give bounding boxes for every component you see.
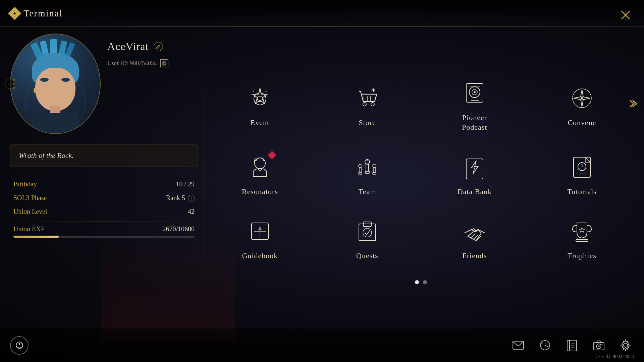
svg-rect-5 <box>163 62 165 65</box>
birthday-label: Birthday <box>13 180 37 188</box>
svg-line-11 <box>265 91 267 92</box>
mail-icon <box>512 339 525 352</box>
app-title-group: Terminal <box>10 8 63 19</box>
mail-button[interactable] <box>510 337 527 354</box>
settings-button[interactable] <box>617 337 634 354</box>
svg-rect-6 <box>163 61 166 64</box>
power-icon <box>15 341 24 350</box>
username-text: AceVirat <box>107 40 149 53</box>
databank-icon <box>461 154 488 181</box>
friends-label: Friends <box>463 251 487 260</box>
exp-bar <box>13 236 195 238</box>
svg-line-55 <box>545 345 548 347</box>
book-icon <box>565 339 579 352</box>
power-button[interactable] <box>10 336 29 355</box>
top-bar: Terminal <box>0 0 644 27</box>
svg-rect-49 <box>576 240 588 241</box>
menu-item-store[interactable]: Store <box>315 71 419 139</box>
databank-icon-wrap <box>460 152 490 182</box>
store-icon <box>354 85 381 112</box>
menu-item-event[interactable]: Event <box>208 71 312 139</box>
screenshot-button[interactable] <box>590 337 607 354</box>
podcast-label: PioneerPodcast <box>462 113 487 132</box>
podcast-icon <box>461 79 488 106</box>
page-dot-1[interactable] <box>415 280 419 284</box>
union-level-label: Union Level <box>13 208 47 216</box>
nav-dot-1 <box>13 79 15 81</box>
menu-item-guidebook[interactable]: Guidebook <box>208 209 312 267</box>
close-button[interactable] <box>617 7 634 23</box>
history-button[interactable] <box>537 337 553 354</box>
tutorials-label: Tutorials <box>567 187 597 196</box>
menu-item-trophies[interactable]: Trophies <box>530 209 634 267</box>
tagline-box: Wrath of the Rock. <box>10 144 198 167</box>
menu-item-team[interactable]: Team <box>315 145 419 203</box>
event-label: Event <box>251 118 269 127</box>
bottom-userid: User ID: 900254034 <box>595 354 634 359</box>
tagline-text: Wrath of the Rock. <box>19 151 74 160</box>
menu-item-quests[interactable]: Quests <box>315 209 419 267</box>
svg-point-20 <box>474 91 476 93</box>
resonators-icon-wrap <box>245 152 275 182</box>
menu-item-pioneer-podcast[interactable]: PioneerPodcast <box>423 71 527 139</box>
page-indicator <box>208 280 634 284</box>
clock-icon <box>538 339 552 352</box>
svg-point-47 <box>363 228 372 237</box>
trophies-icon <box>569 218 595 245</box>
guidebook-label: Guidebook <box>242 251 278 260</box>
settings-icon <box>619 339 632 352</box>
convene-icon-wrap <box>567 83 597 113</box>
svg-line-9 <box>253 91 254 92</box>
union-level-row: Union Level 42 <box>13 208 195 216</box>
svg-point-13 <box>371 103 374 106</box>
close-icon <box>620 9 632 21</box>
svg-text:?: ? <box>581 164 583 169</box>
page-dot-2[interactable] <box>423 280 427 284</box>
svg-point-8 <box>257 96 263 102</box>
svg-point-12 <box>363 103 366 106</box>
team-icon <box>354 154 381 181</box>
menu-item-convene[interactable]: Convene <box>530 71 634 139</box>
friends-icon <box>461 218 488 245</box>
svg-point-65 <box>624 343 628 347</box>
team-icon-wrap <box>352 152 382 182</box>
union-level-value: 42 <box>188 208 195 216</box>
sol3-label: SOL3 Phase <box>13 194 47 202</box>
next-page-arrow[interactable] <box>627 99 637 111</box>
nav-dot-3 <box>13 87 15 89</box>
convene-icon <box>569 85 595 112</box>
copy-icon <box>162 61 167 66</box>
quests-icon <box>354 218 381 245</box>
menu-item-resonators[interactable]: Resonators <box>208 145 312 203</box>
trophies-label: Trophies <box>568 251 596 260</box>
svg-rect-32 <box>359 167 361 173</box>
convene-label: Convene <box>568 118 596 127</box>
resonators-icon <box>247 154 273 181</box>
guidebook-icon-wrap <box>245 216 275 246</box>
menu-item-tutorials[interactable]: ? Tutorials <box>530 145 634 203</box>
menu-row-1: Event Store <box>208 71 634 139</box>
userid-row: User ID: 900254034 <box>107 59 198 67</box>
menu-item-data-bank[interactable]: Data Bank <box>423 145 527 203</box>
resonators-label: Resonators <box>242 187 278 196</box>
union-exp-row: Union EXP 2670/10600 <box>13 225 195 233</box>
menu-item-friends[interactable]: Friends <box>423 209 527 267</box>
tutorials-icon: ? <box>569 154 595 181</box>
databank-label: Data Bank <box>458 187 492 196</box>
sol3-value: Rank 5 i <box>166 194 195 202</box>
bottom-icons <box>510 337 634 354</box>
trophies-icon-wrap <box>567 216 597 246</box>
edit-username-button[interactable] <box>154 42 163 51</box>
bottom-bar: User ID: 900254034 <box>0 328 644 362</box>
journal-button[interactable] <box>564 337 580 354</box>
menu-row-2: Resonators <box>208 145 634 203</box>
copy-userid-button[interactable] <box>160 59 168 67</box>
sol3-info-button[interactable]: i <box>188 195 195 201</box>
team-label: Team <box>359 187 376 196</box>
podcast-icon-wrap <box>460 78 490 108</box>
quests-label: Quests <box>356 251 378 260</box>
avatar-section: ⋯ AceVirat User ID: 900254034 <box>10 34 198 134</box>
app-title: Terminal <box>23 8 63 19</box>
store-label: Store <box>359 118 376 127</box>
svg-point-63 <box>598 345 600 347</box>
